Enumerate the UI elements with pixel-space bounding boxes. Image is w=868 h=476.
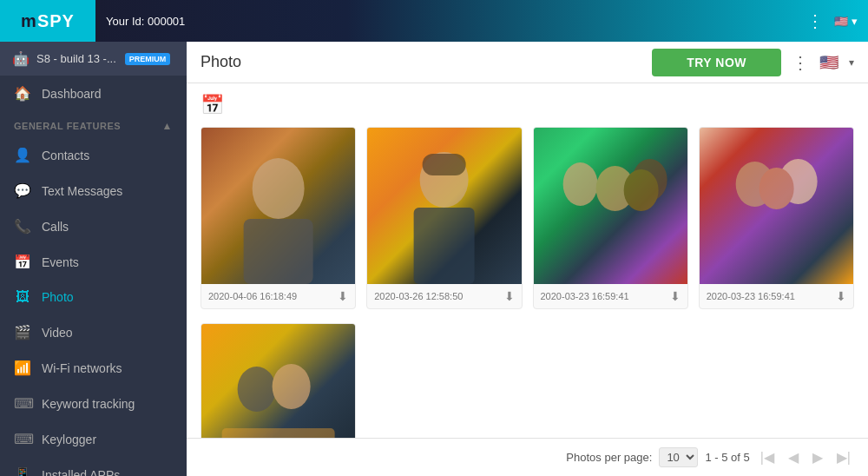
sidebar-item-video[interactable]: 🎬 Video	[0, 314, 187, 350]
wifi-icon: 📶	[14, 360, 31, 376]
photo-thumbnail	[700, 128, 853, 284]
photo-icon: 🖼	[14, 289, 31, 305]
more-options-icon[interactable]: ⋮	[792, 52, 809, 73]
sidebar-item-label: Photo	[42, 290, 74, 304]
sidebar-item-keyword-tracking[interactable]: ⌨ Keyword tracking	[0, 386, 187, 421]
more-options-icon[interactable]: ⋮	[803, 7, 827, 35]
download-icon[interactable]: ⬇	[504, 289, 515, 303]
photo-date: 2020-04-06 16:18:49	[208, 291, 297, 301]
premium-badge: PREMIUM	[125, 53, 171, 65]
chevron-up-icon: ▲	[162, 120, 173, 132]
home-icon: 🏠	[14, 85, 31, 102]
content-area: Photo TRY NOW ⋮ 🇺🇸 ▾ 📅	[187, 42, 868, 476]
device-bar[interactable]: 🤖 S8 - build 13 -... PREMIUM	[0, 42, 187, 76]
sidebar: 🤖 S8 - build 13 -... PREMIUM 🏠 Dashboard…	[0, 42, 187, 476]
sidebar-item-label: Keylogger	[42, 433, 96, 446]
photo-grid: 2020-04-06 16:18:49 ⬇	[201, 127, 854, 309]
download-icon[interactable]: ⬇	[338, 289, 348, 303]
per-page-select[interactable]: 10 25 50	[659, 447, 698, 467]
photo-thumbnail	[201, 324, 355, 438]
last-page-button[interactable]: ▶|	[833, 447, 854, 467]
try-now-button[interactable]: TRY NOW	[652, 49, 781, 76]
user-id: Your Id: 000001	[106, 15, 803, 28]
sidebar-item-text-messages[interactable]: 💬 Text Messages	[0, 173, 187, 208]
photo-footer: 2020-03-26 12:58:50 ⬇	[367, 284, 521, 308]
svg-point-7	[562, 162, 597, 206]
download-icon[interactable]: ⬇	[670, 289, 681, 303]
page-title: Photo	[201, 53, 652, 71]
sidebar-item-dashboard[interactable]: 🏠 Dashboard	[0, 76, 187, 111]
header-actions: ⋮ 🇺🇸 ▾	[803, 7, 858, 35]
sidebar-item-wifi[interactable]: 📶 Wi-Fi networks	[0, 350, 187, 386]
svg-rect-2	[244, 219, 313, 284]
photo-card[interactable]: 2020-04-06 16:18:49 ⬇	[201, 127, 356, 309]
sidebar-item-installed-apps[interactable]: 📱 Installed APPs	[0, 457, 187, 476]
photo-thumbnail	[367, 128, 521, 284]
chevron-down-icon: ▾	[852, 15, 858, 28]
sidebar-item-label: Contacts	[42, 149, 89, 162]
sidebar-item-label: Text Messages	[42, 184, 122, 198]
messages-icon: 💬	[14, 182, 31, 199]
sidebar-item-contacts[interactable]: 👤 Contacts	[0, 137, 187, 173]
first-page-button[interactable]: |◀	[757, 447, 778, 467]
flag-icon[interactable]: 🇺🇸	[819, 53, 838, 72]
events-icon: 📅	[14, 254, 31, 270]
svg-point-13	[759, 168, 793, 209]
sidebar-item-label: Installed APPs	[42, 468, 120, 477]
sidebar-item-keylogger[interactable]: ⌨ Keylogger	[0, 421, 187, 457]
download-icon[interactable]: ⬇	[836, 289, 846, 303]
photo-card[interactable]: 2020-03-26 12:58:50 ⬇	[366, 127, 522, 309]
keylogger-icon: ⌨	[14, 431, 31, 447]
photo-date: 2020-03-23 16:59:41	[541, 291, 629, 301]
sidebar-item-label: Calls	[42, 220, 69, 234]
svg-point-10	[623, 169, 658, 211]
sidebar-item-label: Dashboard	[42, 87, 102, 101]
general-features-section: GENERAL FEATURES ▲	[0, 111, 187, 137]
calls-icon: 📞	[14, 218, 31, 235]
svg-point-14	[238, 367, 276, 412]
language-selector[interactable]: 🇺🇸 ▾	[834, 15, 858, 28]
pagination-label: Photos per page:	[566, 451, 652, 464]
photo-card[interactable]: 2020-03-23 16:59:41 ⬇	[699, 127, 854, 309]
next-page-button[interactable]: ▶	[809, 447, 826, 467]
photo-thumbnail	[534, 128, 687, 284]
photo-grid-row2: 2020-03-20 10:12:33 ⬇	[201, 323, 854, 438]
page-range: 1 - 5 of 5	[705, 451, 749, 464]
photo-footer: 2020-03-23 16:59:41 ⬇	[700, 284, 853, 308]
device-name: S8 - build 13 -...	[36, 52, 116, 65]
app-header: mSPY Your Id: 000001 ⋮ 🇺🇸 ▾	[0, 0, 868, 42]
apps-icon: 📱	[14, 466, 31, 476]
chevron-down-icon[interactable]: ▾	[849, 56, 854, 69]
photo-card[interactable]: 2020-03-20 10:12:33 ⬇	[201, 323, 356, 438]
photo-thumbnail	[201, 128, 355, 284]
sidebar-item-label: Video	[42, 326, 73, 340]
content-body: 📅 2020-04-06 16:18:49	[187, 83, 868, 438]
content-header: Photo TRY NOW ⋮ 🇺🇸 ▾	[187, 42, 868, 83]
sidebar-item-events[interactable]: 📅 Events	[0, 244, 187, 280]
photo-footer: 2020-04-06 16:18:49 ⬇	[201, 284, 355, 308]
photo-card[interactable]: 2020-03-23 16:59:41 ⬇	[533, 127, 688, 309]
sidebar-item-label: Wi-Fi networks	[42, 361, 122, 375]
header-right: TRY NOW ⋮ 🇺🇸 ▾	[652, 49, 854, 76]
section-label: GENERAL FEATURES	[14, 121, 121, 131]
photo-footer: 2020-03-23 16:59:41 ⬇	[534, 284, 687, 308]
svg-point-1	[253, 158, 305, 219]
svg-rect-5	[414, 208, 475, 284]
contacts-icon: 👤	[14, 147, 31, 163]
sidebar-item-label: Events	[42, 255, 79, 269]
sidebar-item-label: Keyword tracking	[42, 397, 135, 411]
photo-date: 2020-03-23 16:59:41	[707, 291, 795, 301]
flag-icon: 🇺🇸	[834, 15, 848, 28]
video-icon: 🎬	[14, 324, 31, 340]
sidebar-item-photo[interactable]: 🖼 Photo	[0, 280, 187, 314]
photo-date: 2020-03-26 12:58:50	[374, 291, 463, 301]
svg-rect-6	[423, 154, 466, 175]
prev-page-button[interactable]: ◀	[785, 447, 802, 467]
calendar-icon[interactable]: 📅	[201, 94, 224, 116]
pagination-bar: Photos per page: 10 25 50 1 - 5 of 5 |◀ …	[187, 438, 868, 476]
sidebar-item-calls[interactable]: 📞 Calls	[0, 208, 187, 244]
calendar-filter[interactable]: 📅	[201, 94, 854, 116]
svg-rect-16	[222, 428, 335, 438]
keyboard-icon: ⌨	[14, 395, 31, 412]
logo: mSPY	[0, 0, 95, 42]
